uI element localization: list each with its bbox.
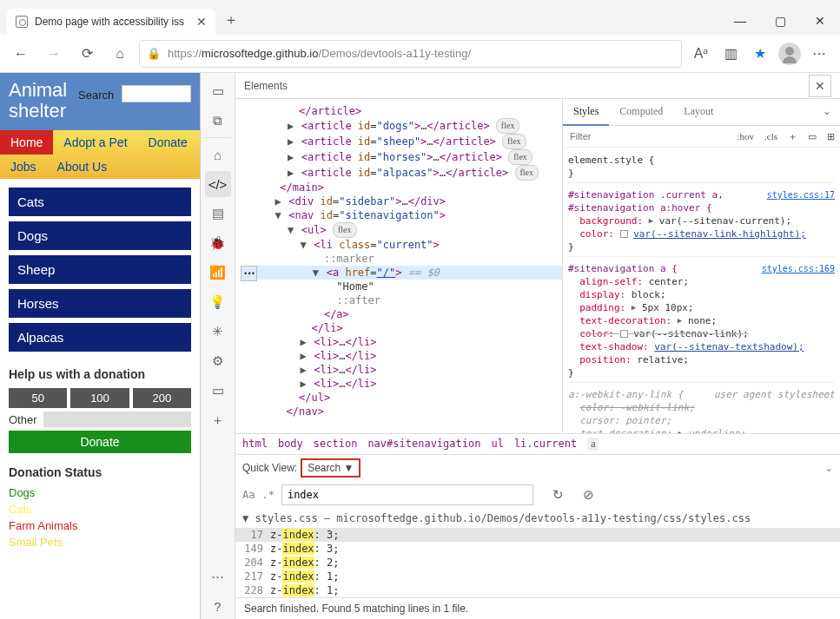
dom-row[interactable]: ▶ <article id="alpacas">…</article> flex xyxy=(242,165,562,181)
clear-icon[interactable]: ⊘ xyxy=(583,487,594,503)
nav-home[interactable]: Home xyxy=(0,130,53,155)
favorite-icon[interactable]: ★ xyxy=(746,40,774,68)
nav-adopt[interactable]: Adopt a Pet xyxy=(53,130,137,155)
menu-button[interactable]: ⋯ xyxy=(805,40,833,68)
match-case-icon[interactable]: Aa xyxy=(242,489,255,501)
dom-row[interactable]: </a> xyxy=(242,307,562,321)
dom-row[interactable]: ▶ <li>…</li> xyxy=(242,363,562,377)
result-row[interactable]: 17z-index: 3; xyxy=(235,528,840,542)
rule-link[interactable]: styles.css:169 xyxy=(762,262,835,275)
side-cats[interactable]: Cats xyxy=(9,188,191,216)
tab-close-icon[interactable]: ✕ xyxy=(196,15,207,29)
breadcrumb[interactable]: html body section nav#sitenavigation ul … xyxy=(235,433,840,454)
console-icon[interactable]: ▤ xyxy=(205,201,231,227)
nav-jobs[interactable]: Jobs xyxy=(0,155,47,179)
result-row[interactable]: 228z-index: 1; xyxy=(235,583,840,597)
result-row[interactable]: 149z-index: 3; xyxy=(235,542,840,556)
tab-computed[interactable]: Computed xyxy=(609,99,673,125)
network-icon[interactable]: 📶 xyxy=(205,260,231,286)
home-button[interactable]: ⌂ xyxy=(106,40,134,68)
crumb[interactable]: body xyxy=(278,438,303,451)
search-input[interactable] xyxy=(122,85,191,102)
performance-icon[interactable]: ⚙ xyxy=(205,348,231,374)
dom-row[interactable]: ▶ <li>…</li> xyxy=(242,377,562,391)
tab-layout[interactable]: Layout xyxy=(673,99,724,125)
read-aloud-icon[interactable]: Aᵃ xyxy=(687,40,715,68)
crumb-current[interactable]: a xyxy=(587,438,599,451)
donate-100[interactable]: 100 xyxy=(70,388,129,408)
crumb[interactable]: section xyxy=(314,438,358,451)
search-input[interactable] xyxy=(281,484,533,505)
hov-button[interactable]: :hov xyxy=(731,128,759,145)
dom-row[interactable]: ▼ <li class="current"> xyxy=(242,238,562,252)
welcome-icon[interactable]: ⌂ xyxy=(205,142,231,168)
maximize-button[interactable]: ▢ xyxy=(760,7,800,35)
crumb[interactable]: ul xyxy=(491,438,503,451)
css-overview-icon[interactable]: ✳ xyxy=(205,319,231,345)
browser-tab[interactable]: Demo page with accessibility iss ✕ xyxy=(7,9,215,35)
new-rule-icon[interactable]: ＋ xyxy=(783,127,803,147)
donate-200[interactable]: 200 xyxy=(133,388,191,408)
donate-button[interactable]: Donate xyxy=(9,431,191,453)
dom-row[interactable]: </article> xyxy=(242,104,562,118)
lighthouse-icon[interactable]: 💡 xyxy=(205,289,231,315)
more-tools-icon[interactable]: ＋ xyxy=(205,407,231,433)
other-input[interactable] xyxy=(43,412,191,427)
crumb[interactable]: li.current xyxy=(514,438,577,451)
result-row[interactable]: 217z-index: 1; xyxy=(235,570,840,583)
dom-row[interactable]: ▼ <nav id="sitenavigation"> xyxy=(242,208,562,222)
more-icon[interactable]: ⋯ xyxy=(205,563,231,589)
dom-row[interactable]: ▶ <article id="dogs">…</article> flex xyxy=(242,118,562,134)
reader-icon[interactable]: ▥ xyxy=(717,40,744,68)
styles-rules[interactable]: element.style { } styles.css:17 #sitenav… xyxy=(563,148,840,433)
back-button[interactable]: ← xyxy=(7,40,35,68)
donate-50[interactable]: 50 xyxy=(9,388,67,408)
cls-button[interactable]: .cls xyxy=(759,128,783,145)
devtools-close-icon[interactable]: ✕ xyxy=(809,75,831,97)
tab-styles[interactable]: Styles xyxy=(563,99,609,126)
dom-row[interactable]: ::marker xyxy=(242,252,562,266)
close-button[interactable]: ✕ xyxy=(800,7,840,35)
help-icon[interactable]: ? xyxy=(205,593,231,619)
device-icon[interactable]: ⧉ xyxy=(205,108,231,134)
dom-row[interactable]: ▶ <div id="sidebar">…</div> xyxy=(242,194,562,208)
results-file[interactable]: ▼ styles.css — microsoftedge.github.io/D… xyxy=(235,509,840,528)
dom-row-selected[interactable]: ▼ <a href="/"> == $0 xyxy=(242,266,562,280)
regex-icon[interactable]: .* xyxy=(261,489,274,501)
styles-filter-input[interactable] xyxy=(563,126,731,147)
url-bar[interactable]: 🔒 https://microsoftedge.github.io/Demos/… xyxy=(139,40,682,68)
sources-icon[interactable]: 🐞 xyxy=(205,230,231,256)
profile-button[interactable] xyxy=(776,40,804,68)
tabs-chevron-icon[interactable]: ⌄ xyxy=(814,99,840,125)
quick-view-chevron-icon[interactable]: ⌄ xyxy=(824,462,833,474)
dom-row[interactable]: </ul> xyxy=(242,391,562,405)
font-editor-icon[interactable]: ⊞ xyxy=(822,128,840,146)
elements-icon[interactable]: </> xyxy=(205,171,231,197)
nav-about[interactable]: About Us xyxy=(47,155,118,179)
rule-link[interactable]: styles.css:17 xyxy=(767,188,835,201)
quick-view-dropdown[interactable]: Search ▼ xyxy=(301,458,360,477)
minimize-button[interactable]: — xyxy=(720,7,760,35)
nav-donate[interactable]: Donate xyxy=(138,130,198,155)
side-sheep[interactable]: Sheep xyxy=(9,255,191,284)
side-alpacas[interactable]: Alpacas xyxy=(9,323,191,352)
reload-button[interactable]: ⟳ xyxy=(73,40,101,68)
dom-row[interactable]: </nav> xyxy=(242,405,562,418)
dom-row[interactable]: </li> xyxy=(242,321,562,335)
dom-row[interactable]: ::after xyxy=(242,293,562,307)
dom-row[interactable]: "Home" xyxy=(242,280,562,293)
crumb[interactable]: nav#sitenavigation xyxy=(367,438,480,451)
dom-tree[interactable]: </article> ▶ <article id="dogs">…</artic… xyxy=(235,99,562,433)
flex-editor-icon[interactable]: ▭ xyxy=(803,128,822,146)
refresh-icon[interactable]: ↻ xyxy=(552,487,564,503)
dom-row[interactable]: </main> xyxy=(242,181,562,194)
crumb[interactable]: html xyxy=(242,438,268,451)
dom-row[interactable]: ▶ <li>…</li> xyxy=(242,349,562,363)
dom-row[interactable]: ▶ <article id="horses">…</article> flex xyxy=(242,149,562,165)
dom-row[interactable]: ▶ <article id="sheep">…</article> flex xyxy=(242,134,562,149)
dom-row[interactable]: ▶ <li>…</li> xyxy=(242,335,562,349)
side-horses[interactable]: Horses xyxy=(9,289,191,318)
inspect-icon[interactable]: ▭ xyxy=(205,78,231,104)
dom-row[interactable]: ▼ <ul> flex xyxy=(242,222,562,238)
side-dogs[interactable]: Dogs xyxy=(9,221,191,250)
